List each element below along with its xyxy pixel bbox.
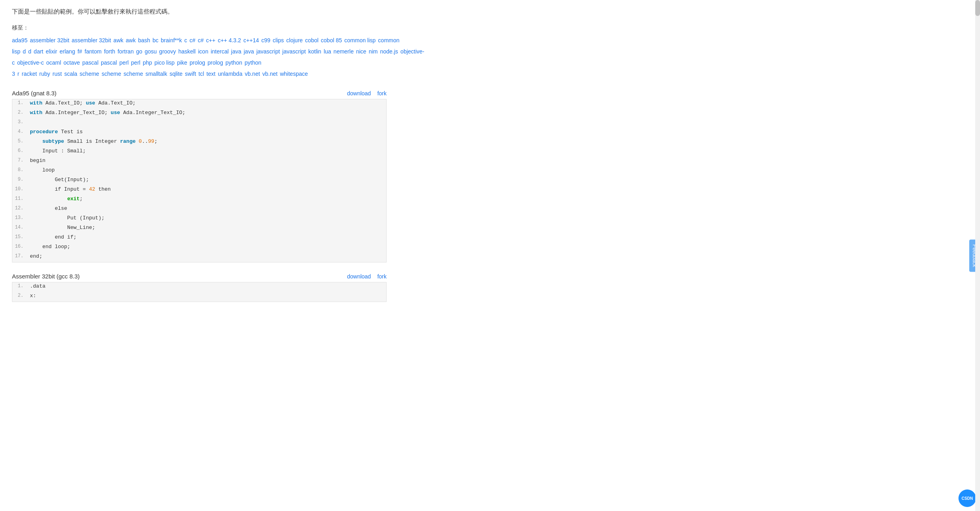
nav-link-sqlite[interactable]: sqlite (169, 71, 183, 77)
nav-link-unlambda[interactable]: unlambda (218, 71, 243, 77)
nav-link-haskell[interactable]: haskell (178, 48, 196, 55)
nav-link-clojure[interactable]: clojure (286, 37, 302, 43)
nav-link-perl[interactable]: perl (119, 59, 128, 66)
nav-link-awk[interactable]: awk (114, 37, 124, 43)
nav-link-fantom[interactable]: fantom (84, 48, 102, 55)
nav-link-tcl[interactable]: tcl (198, 71, 204, 77)
nav-link-javascript[interactable]: javascript (256, 48, 280, 55)
code-line[interactable]: 9. Get(Input); (12, 176, 386, 185)
nav-link-vb.net[interactable]: vb.net (245, 71, 260, 77)
nav-link-c99[interactable]: c99 (261, 37, 271, 43)
nav-link-bash[interactable]: bash (138, 37, 150, 43)
code-line[interactable]: 3. (12, 118, 386, 128)
code-line[interactable]: 7.begin (12, 157, 386, 166)
nav-link-c++-4.3.2[interactable]: c++ 4.3.2 (218, 37, 241, 43)
nav-link-ruby[interactable]: ruby (39, 71, 50, 77)
nav-link-php[interactable]: php (143, 59, 152, 66)
nav-link-c[interactable]: c (184, 37, 187, 43)
fork-link-ada95[interactable]: fork (377, 90, 387, 97)
nav-link-awk[interactable]: awk (126, 37, 136, 43)
code-line[interactable]: 17.end; (12, 253, 386, 262)
code-line[interactable]: 11. exit; (12, 195, 386, 205)
nav-link-python[interactable]: python (226, 59, 242, 66)
nav-link-cobol-85[interactable]: cobol 85 (321, 37, 342, 43)
scrollbar-thumb[interactable] (975, 0, 980, 16)
nav-link-prolog[interactable]: prolog (208, 59, 223, 66)
nav-link-whitespace[interactable]: whitespace (280, 71, 308, 77)
nav-link-elixir[interactable]: elixir (46, 48, 57, 55)
nav-link-d[interactable]: d (23, 48, 26, 55)
code-line[interactable]: 5. subtype Small is Integer range 0..99; (12, 138, 386, 147)
code-line[interactable]: 4.procedure Test is (12, 128, 386, 138)
nav-link-objective-c[interactable]: objective-c (17, 59, 44, 66)
nav-link-nim[interactable]: nim (369, 48, 378, 55)
nav-link-brainf**k[interactable]: brainf**k (161, 37, 182, 43)
nav-link-octave[interactable]: octave (63, 59, 80, 66)
code-line[interactable]: 1..data (12, 282, 386, 292)
nav-link-go[interactable]: go (136, 48, 142, 55)
nav-link-clips[interactable]: clips (273, 37, 284, 43)
code-line[interactable]: 16. end loop; (12, 243, 386, 253)
nav-link-scala[interactable]: scala (64, 71, 77, 77)
nav-link-forth[interactable]: forth (104, 48, 115, 55)
nav-link-scheme[interactable]: scheme (124, 71, 143, 77)
code-line[interactable]: 15. end if; (12, 233, 386, 243)
nav-link-perl[interactable]: perl (131, 59, 140, 66)
nav-link-cobol[interactable]: cobol (305, 37, 318, 43)
scrollbar[interactable] (975, 0, 980, 310)
nav-link-pico-lisp[interactable]: pico lisp (155, 59, 175, 66)
nav-link-c++14[interactable]: c++14 (244, 37, 259, 43)
code-line[interactable]: 2.x: (12, 292, 386, 302)
code-line[interactable]: 14. New_Line; (12, 224, 386, 233)
nav-link-gosu[interactable]: gosu (145, 48, 157, 55)
nav-link-common-lisp[interactable]: common lisp (344, 37, 376, 43)
nav-link-smalltalk[interactable]: smalltalk (145, 71, 167, 77)
nav-link-f#[interactable]: f# (77, 48, 82, 55)
nav-link-d[interactable]: d (28, 48, 31, 55)
code-line[interactable]: 13. Put (Input); (12, 214, 386, 224)
nav-link-node.js[interactable]: node.js (380, 48, 398, 55)
nav-link-erlang[interactable]: erlang (60, 48, 75, 55)
download-link-assembler32bit[interactable]: download (347, 273, 371, 280)
nav-link-r[interactable]: r (18, 71, 20, 77)
nav-link-pascal[interactable]: pascal (82, 59, 98, 66)
nav-link-c++[interactable]: c++ (206, 37, 215, 43)
nav-link-rust[interactable]: rust (53, 71, 62, 77)
nav-link-c#[interactable]: c# (198, 37, 204, 43)
nav-link-ocaml[interactable]: ocaml (46, 59, 61, 66)
code-line[interactable]: 8. loop (12, 166, 386, 176)
nav-link-ada95[interactable]: ada95 (12, 37, 27, 43)
nav-link-javascript[interactable]: javascript (282, 48, 306, 55)
nav-link-nemerle[interactable]: nemerle (334, 48, 354, 55)
nav-link-intercal[interactable]: intercal (211, 48, 229, 55)
code-line[interactable]: 6. Input : Small; (12, 147, 386, 157)
nav-link-scheme[interactable]: scheme (102, 71, 121, 77)
code-line[interactable]: 2.with Ada.Integer_Text_IO; use Ada.Inte… (12, 109, 386, 118)
nav-link-vb.net[interactable]: vb.net (262, 71, 277, 77)
nav-link-groovy[interactable]: groovy (159, 48, 176, 55)
code-line[interactable]: 1.with Ada.Text_IO; use Ada.Text_IO; (12, 99, 386, 109)
nav-link-lua[interactable]: lua (324, 48, 331, 55)
nav-link-pascal[interactable]: pascal (101, 59, 117, 66)
nav-link-c#[interactable]: c# (189, 37, 195, 43)
fork-link-assembler32bit[interactable]: fork (377, 273, 387, 280)
nav-link-java[interactable]: java (231, 48, 242, 55)
nav-link-assembler-32bit[interactable]: assembler 32bit (30, 37, 69, 43)
nav-link-dart[interactable]: dart (34, 48, 43, 55)
code-line[interactable]: 12. else (12, 205, 386, 214)
download-link-ada95[interactable]: download (347, 90, 371, 97)
nav-link-nice[interactable]: nice (356, 48, 366, 55)
nav-link-racket[interactable]: racket (22, 71, 37, 77)
nav-link-assembler-32bit[interactable]: assembler 32bit (72, 37, 111, 43)
code-line[interactable]: 10. if Input = 42 then (12, 185, 386, 195)
nav-link-bc[interactable]: bc (153, 37, 159, 43)
nav-link-pike[interactable]: pike (177, 59, 187, 66)
nav-link-fortran[interactable]: fortran (118, 48, 134, 55)
nav-link-text[interactable]: text (206, 71, 216, 77)
nav-link-scheme[interactable]: scheme (80, 71, 99, 77)
nav-link-icon[interactable]: icon (198, 48, 208, 55)
nav-link-swift[interactable]: swift (185, 71, 196, 77)
nav-link-prolog[interactable]: prolog (190, 59, 205, 66)
nav-link-kotlin[interactable]: kotlin (308, 48, 321, 55)
nav-link-java[interactable]: java (244, 48, 254, 55)
